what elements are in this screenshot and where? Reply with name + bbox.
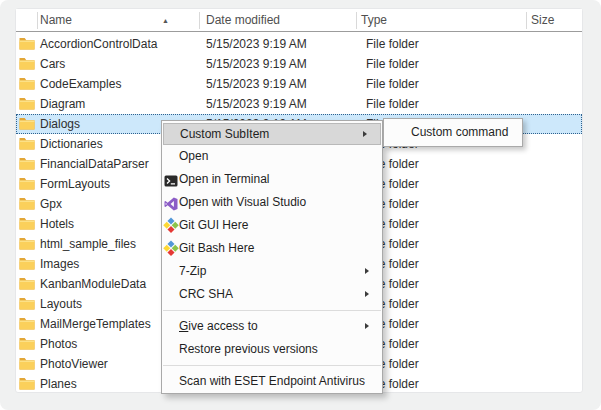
column-divider[interactable] (199, 12, 200, 29)
column-header-size[interactable]: Size (531, 9, 554, 32)
file-name: Gpx (40, 194, 62, 214)
submenu-arrow-icon (365, 268, 369, 274)
folder-icon (19, 217, 35, 230)
file-name: MailMergeTemplates (40, 314, 151, 334)
folder-icon (19, 77, 35, 90)
menu-item-open-in-terminal[interactable]: Open in Terminal (162, 168, 382, 191)
file-name: Planes (40, 374, 77, 394)
menu-item-open[interactable]: Open (162, 145, 382, 168)
menu-item-give-access-to[interactable]: Give access to (162, 315, 382, 338)
file-name: html_sample_files (40, 234, 136, 254)
menu-item-open-with-visual-studio[interactable]: Open with Visual Studio (162, 191, 382, 214)
file-name: Photos (40, 334, 77, 354)
context-submenu: Custom command (383, 118, 523, 147)
file-name: Dictionaries (40, 134, 103, 154)
file-name: FinancialDataParser (40, 154, 149, 174)
menu-item-label: CRC SHA (179, 287, 233, 301)
git-icon (164, 242, 178, 256)
file-name: FormLayouts (40, 174, 110, 194)
menu-item-7-zip[interactable]: 7-Zip (162, 260, 382, 283)
menu-item-custom-command[interactable]: Custom command (384, 119, 522, 146)
submenu-arrow-icon (363, 131, 367, 137)
folder-icon (19, 377, 35, 390)
folder-icon (19, 337, 35, 350)
folder-icon (19, 357, 35, 370)
menu-item-label: Open in Terminal (179, 172, 270, 186)
folder-icon (19, 177, 35, 190)
table-row[interactable]: Diagram5/15/2023 9:19 AMFile folder (16, 94, 582, 114)
column-header-type[interactable]: Type (361, 9, 387, 32)
submenu-arrow-icon (365, 323, 369, 329)
menu-item-label: Open (179, 149, 208, 163)
menu-item-label: Restore previous versions (179, 342, 318, 356)
menu-item-label: Git Bash Here (179, 241, 254, 255)
folder-icon (19, 117, 35, 130)
date-modified: 5/15/2023 9:19 AM (206, 54, 307, 74)
git-icon (164, 219, 178, 233)
menu-separator (162, 306, 382, 315)
folder-icon (19, 197, 35, 210)
menu-item-label: Give access to (179, 319, 258, 333)
menu-item-label: Open with Visual Studio (179, 195, 306, 209)
menu-item-label: 7-Zip (179, 264, 206, 278)
submenu-arrow-icon (365, 291, 369, 297)
column-header-row: Name ▲ Date modified Type Size (16, 9, 582, 32)
folder-icon (19, 97, 35, 110)
menu-item-restore-previous-versions[interactable]: Restore previous versions (162, 338, 382, 361)
folder-icon (19, 237, 35, 250)
explorer-screenshot: Name ▲ Date modified Type Size Accordion… (0, 0, 601, 410)
menu-item-git-gui-here[interactable]: Git GUI Here (162, 214, 382, 237)
menu-item-label: Custom SubItem (180, 127, 269, 141)
column-header-name[interactable]: Name (40, 9, 72, 32)
file-name: Diagram (40, 94, 85, 114)
folder-icon (19, 137, 35, 150)
table-row[interactable]: CodeExamples5/15/2023 9:19 AMFile folder (16, 74, 582, 94)
sort-ascending-icon: ▲ (162, 9, 169, 32)
menu-item-crc-sha[interactable]: CRC SHA (162, 283, 382, 306)
menu-item-scan-with-eset-endpoint-antivirus[interactable]: Scan with ESET Endpoint Antivirus (162, 370, 382, 393)
column-divider[interactable] (526, 12, 527, 29)
file-name: Images (40, 254, 79, 274)
date-modified: 5/15/2023 9:19 AM (206, 34, 307, 54)
menu-item-label: Git GUI Here (179, 218, 248, 232)
file-type: File folder (366, 94, 419, 114)
folder-icon (19, 277, 35, 290)
terminal-icon (164, 173, 178, 187)
folder-icon (19, 157, 35, 170)
file-type: File folder (366, 74, 419, 94)
file-type: File folder (366, 54, 419, 74)
file-name: CodeExamples (40, 74, 121, 94)
table-row[interactable]: AccordionControlData5/15/2023 9:19 AMFil… (16, 34, 582, 54)
menu-item-git-bash-here[interactable]: Git Bash Here (162, 237, 382, 260)
table-row[interactable]: Cars5/15/2023 9:19 AMFile folder (16, 54, 582, 74)
file-name: KanbanModuleData (40, 274, 146, 294)
menu-item-custom-subitem[interactable]: Custom SubItem (163, 123, 381, 145)
visual-studio-icon (164, 196, 178, 210)
file-type: File folder (366, 34, 419, 54)
folder-icon (19, 257, 35, 270)
context-menu: Custom SubItemOpen Open in Terminal Open… (161, 120, 383, 394)
file-name: Cars (40, 54, 65, 74)
folder-icon (19, 317, 35, 330)
folder-icon (19, 37, 35, 50)
file-name: Hotels (40, 214, 74, 234)
file-name: PhotoViewer (40, 354, 108, 374)
date-modified: 5/15/2023 9:19 AM (206, 74, 307, 94)
file-name: AccordionControlData (40, 34, 157, 54)
column-divider[interactable] (37, 12, 38, 29)
menu-separator (162, 361, 382, 370)
column-header-date-modified[interactable]: Date modified (206, 9, 280, 32)
folder-icon (19, 57, 35, 70)
column-divider[interactable] (356, 12, 357, 29)
file-name: Layouts (40, 294, 82, 314)
file-name: Dialogs (40, 114, 80, 134)
date-modified: 5/15/2023 9:19 AM (206, 94, 307, 114)
menu-item-label: Scan with ESET Endpoint Antivirus (179, 374, 365, 388)
folder-icon (19, 297, 35, 310)
